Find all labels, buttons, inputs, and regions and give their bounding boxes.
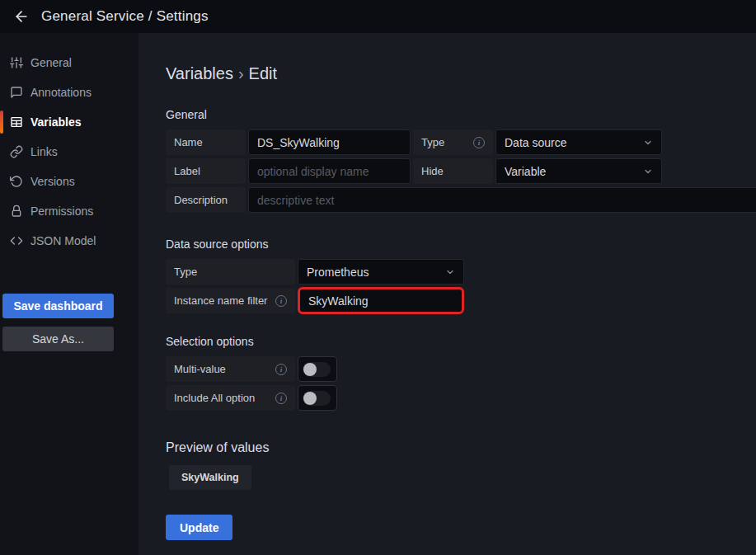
sidebar-item-label: Permissions [31, 205, 93, 218]
datasource-type-label: Type [166, 259, 295, 285]
update-button[interactable]: Update [166, 515, 232, 540]
hide-select[interactable]: Variable [495, 158, 662, 184]
name-label: Name [166, 129, 246, 155]
datasource-type-select[interactable]: Prometheus [298, 259, 464, 285]
history-icon [10, 175, 23, 188]
sidebar-item-json-model[interactable]: JSON Model [0, 226, 139, 256]
multi-value-toggle[interactable] [298, 356, 337, 382]
link-icon [10, 145, 23, 158]
instance-name-filter-input[interactable] [298, 287, 464, 314]
general-section-heading: General [166, 108, 756, 121]
instance-name-filter-label: Instance name filter i [166, 288, 295, 313]
include-all-row: Include All option i [166, 385, 756, 411]
sidebar-item-variables[interactable]: Variables [0, 107, 139, 137]
info-circle-icon[interactable]: i [275, 364, 287, 375]
sidebar-item-label: JSON Model [31, 234, 96, 247]
sidebar-item-label: Links [31, 145, 58, 158]
active-indicator [0, 111, 3, 134]
selection-options-heading: Selection options [166, 335, 756, 348]
sidebar-item-links[interactable]: Links [0, 137, 139, 167]
chevron-down-icon [445, 267, 455, 277]
description-label: Description [166, 187, 246, 213]
back-button[interactable] [8, 3, 35, 30]
code-icon [10, 234, 23, 247]
variables-grid-icon [10, 115, 23, 129]
description-input[interactable] [248, 187, 756, 213]
name-type-row: Name Type i Data source [166, 129, 756, 155]
datasource-options-heading: Data source options [166, 238, 756, 251]
multi-value-label: Multi-value i [166, 356, 295, 382]
save-dashboard-button[interactable]: Save dashboard [2, 294, 114, 318]
arrow-left-icon [13, 8, 30, 25]
page-title: Variables›Edit [166, 64, 756, 83]
sidebar-item-label: Annotations [31, 86, 92, 99]
multi-value-row: Multi-value i [166, 356, 756, 382]
settings-sidebar: General Annotations Variables Links [0, 33, 139, 555]
toggle-track [303, 391, 331, 406]
sliders-icon [10, 56, 23, 69]
sidebar-item-annotations[interactable]: Annotations [0, 78, 139, 107]
toggle-knob [303, 392, 317, 405]
variables-edit-panel: Variables›Edit General Name Type i Data … [139, 33, 756, 555]
instance-name-filter-row: Instance name filter i [166, 288, 756, 313]
save-as-button[interactable]: Save As... [2, 327, 114, 351]
label-hide-row: Label Hide Variable [166, 158, 756, 184]
sidebar-item-permissions[interactable]: Permissions [0, 196, 139, 226]
top-navbar: General Service / Settings [0, 0, 756, 33]
sidebar-item-label: Versions [31, 175, 75, 188]
info-circle-icon[interactable]: i [275, 295, 287, 307]
sidebar-item-general[interactable]: General [0, 48, 139, 78]
sidebar-item-versions[interactable]: Versions [0, 167, 139, 196]
include-all-toggle[interactable] [298, 385, 337, 411]
breadcrumb-page: Edit [249, 64, 277, 82]
chevron-down-icon [643, 138, 653, 148]
type-select[interactable]: Data source [495, 129, 662, 155]
chevron-down-icon [643, 167, 653, 176]
dashboard-settings-title: General Service / Settings [41, 8, 209, 25]
lock-icon [10, 205, 23, 218]
type-label: Type i [413, 129, 493, 155]
datasource-type-row: Type Prometheus [166, 259, 756, 285]
preview-value-chip: SkyWalking [169, 465, 251, 490]
breadcrumb-section: Variables [166, 64, 233, 82]
toggle-knob [303, 363, 317, 376]
hide-label: Hide [413, 158, 493, 184]
toggle-track [303, 362, 331, 377]
label-input[interactable] [248, 158, 411, 184]
name-input[interactable] [248, 129, 411, 155]
breadcrumb-separator: › [233, 64, 249, 82]
info-circle-icon[interactable]: i [275, 393, 287, 404]
preview-of-values-heading: Preview of values [166, 440, 756, 455]
info-circle-icon[interactable]: i [473, 137, 485, 148]
sidebar-item-label: General [31, 56, 72, 69]
label-label: Label [166, 158, 246, 184]
include-all-label: Include All option i [166, 385, 295, 411]
description-row: Description [166, 187, 756, 213]
sidebar-item-label: Variables [31, 115, 82, 129]
annotation-icon [10, 86, 23, 99]
